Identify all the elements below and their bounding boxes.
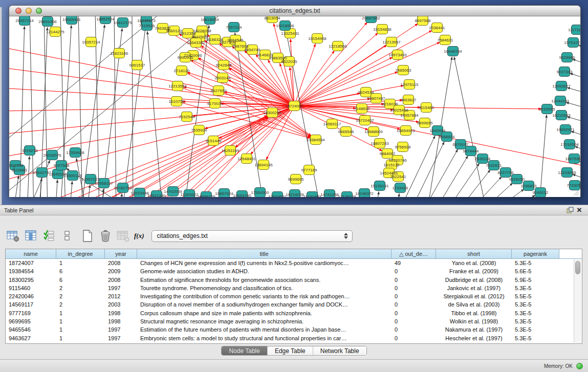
table-mode-icon[interactable] (6, 229, 20, 243)
graph-edge[interactable] (142, 109, 290, 197)
graph-edge[interactable] (502, 195, 535, 197)
graph-edge[interactable] (445, 163, 480, 197)
table-cell: 1 (56, 317, 105, 325)
status-bar: Memory: OK (0, 359, 588, 372)
column-header-name[interactable]: name (6, 249, 56, 258)
graph-edge[interactable] (567, 117, 580, 124)
control-panel-edge[interactable] (0, 7, 2, 205)
table-cell: 0 (391, 292, 436, 300)
new-column-icon[interactable] (80, 229, 95, 243)
graph-node-label: 12975115 (401, 82, 419, 87)
table-vertical-scrollbar[interactable] (574, 259, 581, 343)
table-cell: Wolkin et al. (1998) (436, 317, 512, 325)
delete-column-icon[interactable] (98, 229, 113, 243)
window-resize-grip[interactable] (573, 189, 579, 196)
graph-node-label: 9474444 (463, 149, 479, 154)
graph-edge[interactable] (229, 68, 290, 103)
delete-table-icon[interactable] (116, 229, 130, 243)
graph-edge[interactable] (456, 170, 490, 197)
graph-edge[interactable] (396, 193, 399, 197)
table-row[interactable]: 1938455462009Genome-wide association stu… (6, 267, 582, 275)
graph-edge[interactable] (570, 73, 580, 81)
graph-node-label: 11431683 (303, 194, 322, 198)
network-canvas[interactable]: 1872400716154838122139571097349374850631… (9, 16, 580, 197)
graph-edge[interactable] (409, 142, 444, 197)
graph-edge[interactable] (9, 68, 289, 105)
graph-node-label: 9899695 (417, 121, 433, 125)
tab-node-table[interactable]: Node Table (222, 346, 268, 355)
memory-status-indicator[interactable] (576, 363, 583, 369)
graph-edge[interactable] (122, 108, 290, 197)
column-header-out_de[interactable]: △ out_de… (391, 249, 436, 258)
graph-node-label: 12218566 (329, 44, 347, 49)
close-panel-icon[interactable]: ✕ (575, 206, 584, 214)
show-columns-icon[interactable] (24, 229, 38, 243)
graph-node-label: 18226058 (193, 29, 211, 33)
graph-edge[interactable] (491, 189, 524, 197)
column-header-short[interactable]: short (436, 249, 512, 258)
graph-edge[interactable] (376, 191, 379, 197)
table-row[interactable]: 946554611997Estimation of the future num… (6, 325, 582, 334)
graph-edge[interactable] (571, 131, 580, 139)
graph-node-label: 2935114 (475, 157, 491, 161)
graph-node-label: 16219028 (286, 192, 304, 197)
graph-node-label: 1640954 (429, 128, 446, 133)
column-header-in_degree[interactable]: in_degree (56, 249, 105, 258)
graph-edge[interactable] (27, 156, 30, 197)
table-row[interactable]: 2242004622012Investigating the contribut… (6, 292, 582, 300)
table-cell: 0 (391, 325, 436, 334)
graph-node-label: 12444191 (551, 99, 570, 103)
graph-edge[interactable] (9, 16, 163, 142)
table-row[interactable]: 977716911998Corpus callosum shape and si… (6, 309, 582, 317)
graph-edge[interactable] (101, 189, 103, 197)
table-cell: 1998 (105, 309, 137, 317)
graph-edge[interactable] (468, 177, 502, 197)
graph-node-label: 16958107 (95, 181, 113, 186)
graph-node-label: 18300295 (263, 111, 281, 115)
table-row[interactable]: 1872400712008Changes of HCN gene express… (6, 259, 582, 267)
graph-edge[interactable] (81, 25, 105, 197)
column-header-title[interactable]: title (137, 249, 391, 258)
table-cell: 1 (56, 334, 105, 342)
graph-edge[interactable] (567, 87, 580, 95)
graph-edge[interactable] (572, 59, 580, 67)
graph-node-label: 20691406 (38, 19, 57, 24)
graph-node-label: 10521340 (147, 193, 166, 198)
graph-edge[interactable] (132, 16, 133, 197)
graph-edge[interactable] (298, 22, 367, 102)
table-row[interactable]: 1830029562008Estimation of significance … (6, 276, 582, 284)
graph-node-label: 19218506 (276, 24, 294, 28)
column-header-pagerank[interactable]: pagerank (512, 249, 559, 258)
table-row[interactable]: 946362711997Embryonic stem cells: a mode… (6, 334, 582, 342)
graph-edge[interactable] (70, 181, 72, 197)
scrollbar-thumb[interactable] (575, 261, 580, 274)
table-row[interactable]: 1456911722003Disruption of a novel membe… (6, 300, 582, 309)
float-panel-icon[interactable] (565, 206, 575, 214)
graph-edge[interactable] (566, 102, 580, 110)
graph-edge[interactable] (9, 107, 289, 180)
graph-edge[interactable] (480, 183, 513, 197)
graph-node-label: 9327505 (191, 35, 208, 39)
graph-edge[interactable] (422, 149, 458, 197)
tab-network-table[interactable]: Network Table (313, 346, 366, 355)
graph-node-label: 10154908 (308, 36, 326, 41)
graph-edge[interactable] (541, 115, 547, 187)
merge-rows-icon[interactable] (60, 229, 74, 243)
column-selection-icon[interactable] (42, 229, 56, 243)
function-builder-icon[interactable]: f(x) (134, 232, 144, 240)
table-cell: Tourette syndrome. Phenomenology and cla… (137, 284, 391, 292)
network-window[interactable]: citations_edges.txt 18724007161548381221… (9, 5, 581, 197)
tab-edge-table[interactable]: Edge Table (268, 346, 313, 355)
graph-node-label: 9245012 (532, 190, 549, 195)
table-select-combobox[interactable]: citations_edges.txt (151, 230, 353, 242)
column-header-year[interactable]: year (105, 249, 137, 258)
graph-node-label: 16648784 (444, 49, 462, 54)
table-row[interactable]: 911546021997Tourette syndrome. Phenomeno… (6, 284, 582, 292)
graph-edge[interactable] (575, 146, 580, 154)
graph-edge[interactable] (114, 16, 116, 197)
graph-edge[interactable] (55, 180, 57, 197)
network-window-titlebar[interactable]: citations_edges.txt (9, 6, 580, 16)
table-panel-titlebar[interactable]: Table Panel ✕ (0, 205, 588, 215)
table-row[interactable]: 969969511998Structural magnetic resonanc… (6, 317, 582, 325)
table-panel-title: Table Panel (4, 207, 34, 213)
